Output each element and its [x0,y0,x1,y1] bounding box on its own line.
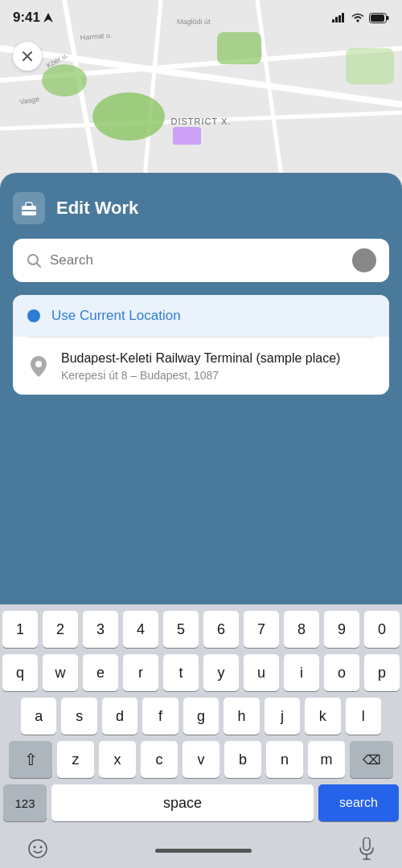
key-u[interactable]: u [244,654,279,691]
key-v[interactable]: v [183,741,219,778]
svg-rect-19 [335,17,338,23]
svg-marker-17 [43,13,53,23]
status-bar: 9:41 [0,0,402,35]
search-icon [26,252,42,268]
panel-header: Edit Work [13,192,389,224]
current-location-label: Use Current Location [51,308,181,324]
key-t[interactable]: t [163,654,199,691]
briefcase-icon [20,200,38,216]
keyboard-row-numbers: 1 2 3 4 5 6 7 8 9 0 [3,611,399,648]
location-arrow-icon [43,13,53,23]
place-name: Budapest-Keleti Railway Terminal (sample… [61,350,375,367]
key-d[interactable]: d [102,698,137,735]
svg-rect-9 [217,32,261,64]
key-n[interactable]: n [266,741,303,778]
battery-icon [369,13,389,23]
shift-key[interactable]: ⇧ [9,741,52,778]
svg-point-7 [92,92,165,141]
key-r[interactable]: r [123,654,158,691]
svg-point-34 [34,846,36,849]
key-c[interactable]: c [141,741,178,778]
svg-rect-24 [387,16,389,20]
svg-point-33 [29,840,47,858]
microphone-key[interactable] [359,837,375,863]
key-8[interactable]: 8 [284,611,319,648]
key-2[interactable]: 2 [43,611,78,648]
key-e[interactable]: e [83,654,118,691]
svg-rect-36 [363,837,370,850]
current-location-dot [27,309,40,322]
svg-rect-21 [342,13,344,23]
wifi-icon [351,13,364,23]
svg-rect-11 [173,127,201,145]
key-x[interactable]: x [99,741,136,778]
key-h[interactable]: h [224,698,259,735]
svg-rect-18 [332,19,334,23]
svg-rect-20 [338,15,341,23]
current-location-item[interactable]: Use Current Location [13,295,389,337]
status-icons [332,13,389,23]
panel-title: Edit Work [56,198,138,219]
key-j[interactable]: j [265,698,300,735]
key-5[interactable]: 5 [163,611,199,648]
panel-icon [13,192,45,224]
place-info: Budapest-Keleti Railway Terminal (sample… [61,350,375,382]
keyboard-row-z: ⇧ z x c v b n m ⌫ [3,741,399,778]
key-l[interactable]: l [346,698,381,735]
key-i[interactable]: i [284,654,319,691]
key-b[interactable]: b [224,741,261,778]
user-avatar [352,248,376,272]
place-pin-icon [27,352,50,381]
key-3[interactable]: 3 [83,611,118,648]
search-input[interactable] [50,252,344,268]
svg-point-32 [35,361,42,367]
results-card: Use Current Location Budapest-Keleti Rai… [13,295,389,395]
space-key[interactable]: space [51,784,314,821]
close-icon [23,51,32,61]
key-a[interactable]: a [21,698,56,735]
keyboard-row-bottom: 123 space search [3,784,399,821]
search-container[interactable] [13,239,389,282]
svg-line-31 [37,264,41,268]
svg-rect-25 [371,14,384,22]
key-z[interactable]: z [57,741,94,778]
key-1[interactable]: 1 [2,611,38,648]
status-time: 9:41 [13,10,53,26]
num-key[interactable]: 123 [3,784,47,821]
key-f[interactable]: f [142,698,178,735]
key-9[interactable]: 9 [324,611,359,648]
keyboard-row-q: q w e r t y u i o p [3,654,399,691]
place-address: Kerepesi út 8 – Budapest, 1087 [61,369,375,382]
search-key[interactable]: search [318,784,399,821]
key-6[interactable]: 6 [203,611,239,648]
key-g[interactable]: g [183,698,219,735]
svg-rect-10 [346,48,394,84]
key-0[interactable]: 0 [364,611,400,648]
svg-point-35 [40,846,43,849]
key-7[interactable]: 7 [244,611,279,648]
svg-point-22 [357,20,359,23]
key-q[interactable]: q [2,654,38,691]
key-4[interactable]: 4 [123,611,158,648]
delete-key[interactable]: ⌫ [350,741,393,778]
svg-text:DISTRICT X.: DISTRICT X. [171,117,232,126]
emoji-key[interactable] [27,838,48,862]
key-w[interactable]: w [43,654,78,691]
map-background: DISTRICT X. Köér u. Vasge Harmat u. Magl… [0,0,402,177]
signal-icon [332,13,347,23]
keyboard: 1 2 3 4 5 6 7 8 9 0 q w e r t y u i o p … [0,604,402,868]
key-o[interactable]: o [324,654,359,691]
key-y[interactable]: y [203,654,239,691]
key-k[interactable]: k [305,698,340,735]
key-p[interactable]: p [364,654,400,691]
key-m[interactable]: m [308,741,345,778]
close-button[interactable] [13,42,42,71]
key-s[interactable]: s [61,698,96,735]
keyboard-row-a: a s d f g h j k l [3,698,399,735]
place-item[interactable]: Budapest-Keleti Railway Terminal (sample… [13,338,389,395]
home-indicator [155,849,252,853]
